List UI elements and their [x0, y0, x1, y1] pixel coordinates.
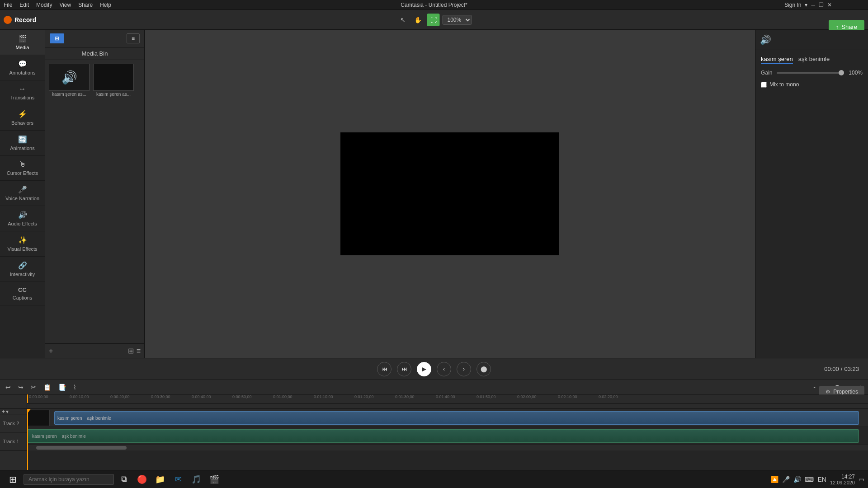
ruler-mark-9: 0:01:30;00	[395, 394, 415, 399]
ruler-mark-4: 0:00:40;00	[192, 394, 211, 399]
sidebar-item-animations[interactable]: 🔄 Animations	[0, 131, 45, 156]
timeline-ruler: 0:00:00;00 0:00:10;00 0:00:20;00 0:00:30…	[29, 394, 866, 404]
taskbar-icon-explorer[interactable]: 📁	[152, 471, 168, 488]
zoom-select[interactable]: 100% 100%	[443, 15, 472, 25]
taskbar-search-input[interactable]	[24, 474, 114, 485]
annotations-icon: 💬	[18, 60, 27, 68]
signin-link[interactable]: Sign In	[784, 2, 801, 8]
paste-button[interactable]: 📑	[57, 383, 68, 392]
language-icon[interactable]: EN	[817, 476, 826, 483]
record-label: Record	[14, 16, 36, 23]
volume-icon[interactable]: 🔊	[793, 476, 801, 483]
add-media-button[interactable]: +	[49, 347, 53, 355]
panel-list-view-button[interactable]: ≡	[127, 33, 140, 43]
ruler-mark-3: 0:00:30;00	[151, 394, 170, 399]
ruler-mark-13: 0:02:10;00	[558, 394, 577, 399]
window-minimize[interactable]: ─	[811, 2, 815, 8]
skip-to-start-button[interactable]: ⏮	[377, 362, 392, 376]
sidebar-item-behaviors[interactable]: ⚡ Behaviors	[0, 105, 45, 131]
sidebar-item-visual-effects[interactable]: ✨ Visual Effects	[0, 231, 45, 257]
list-view-footer-button[interactable]: ≡	[137, 347, 141, 355]
notification-icon[interactable]: 🔼	[771, 476, 778, 483]
sidebar-item-audio-effects[interactable]: 🔊 Audio Effects	[0, 206, 45, 231]
prev-frame-button[interactable]: ‹	[437, 362, 451, 376]
task-view-button[interactable]: ⧉	[116, 471, 132, 488]
taskbar-icon-browser[interactable]: 🔴	[134, 471, 150, 488]
taskbar-icon-camtasia[interactable]: 🎬	[206, 471, 222, 488]
sidebar-item-media-label: Media	[16, 45, 29, 50]
keyboard-icon[interactable]: ⌨	[805, 476, 814, 483]
track1-clip-label: kasım şeren aşk benimle	[30, 434, 86, 439]
sidebar-item-captions[interactable]: CC Captions	[0, 282, 45, 305]
gain-slider[interactable]	[777, 72, 844, 74]
media-thumb-audio: 🔊	[49, 64, 90, 91]
zoom-out-button[interactable]: -	[811, 383, 817, 392]
select-tool-button[interactable]: ↖	[396, 14, 409, 26]
menu-view[interactable]: View	[59, 2, 71, 8]
expand-tracks-button[interactable]: +	[2, 408, 5, 415]
share-label: Share	[841, 23, 857, 30]
microphone-icon[interactable]: 🎤	[782, 476, 790, 483]
window-restore[interactable]: ❐	[819, 2, 824, 8]
props-name-kasim[interactable]: kasım şeren	[761, 56, 793, 64]
timeline-scrollbar[interactable]	[27, 445, 868, 450]
media-item-1-label: kasım şeren as...	[49, 92, 90, 97]
step-back-button[interactable]: ⏭	[397, 362, 411, 376]
sidebar-item-annotations[interactable]: 💬 Annotations	[0, 55, 45, 80]
cut-button[interactable]: ✂	[29, 383, 38, 392]
move-tool-button[interactable]: ✋	[412, 14, 425, 26]
sidebar-item-visual-effects-label: Visual Effects	[7, 246, 37, 252]
media-item-1[interactable]: 🔊 kasım şeren as...	[49, 64, 90, 340]
media-item-2[interactable]: kasım şeren as...	[93, 64, 134, 340]
split-button[interactable]: ⌇	[71, 383, 78, 392]
sidebar-item-interactivity-label: Interactivity	[10, 272, 35, 277]
time-total: 03:23	[844, 366, 859, 372]
redo-button[interactable]: ↪	[16, 383, 25, 392]
menu-share[interactable]: Share	[78, 2, 93, 8]
undo-button[interactable]: ↩	[4, 383, 13, 392]
timeline-playhead-top	[27, 394, 28, 403]
show-desktop-button[interactable]: ▭	[859, 476, 864, 483]
timeline-scroll-thumb[interactable]	[36, 446, 127, 450]
mix-to-mono-checkbox[interactable]	[761, 82, 767, 88]
play-pause-button[interactable]: ▶	[417, 362, 431, 376]
track2-row: kasım şeren aşk benimle	[27, 409, 868, 427]
preview-canvas	[340, 132, 559, 255]
visual-effects-icon: ✨	[18, 236, 27, 244]
ruler-mark-12: 0:02:00;00	[517, 394, 537, 399]
gear-icon: ⚙	[826, 389, 830, 395]
menu-file[interactable]: File	[4, 2, 12, 8]
sidebar-item-media[interactable]: 🎬 Media	[0, 30, 45, 55]
track2-audio-clip[interactable]: kasım şeren aşk benimle	[54, 411, 859, 425]
next-frame-button[interactable]: ›	[457, 362, 471, 376]
signin-chevron: ▾	[805, 2, 807, 8]
toggle-tracks-button[interactable]: ▾	[6, 408, 9, 415]
behaviors-icon: ⚡	[18, 110, 27, 118]
taskbar-icon-mail[interactable]: ✉	[170, 471, 186, 488]
sidebar-item-cursor-effects[interactable]: 🖱 Cursor Effects	[0, 156, 45, 181]
grid-view-footer-button[interactable]: ⊞	[128, 347, 134, 355]
sidebar-item-transitions-label: Transitions	[10, 95, 34, 100]
sidebar-item-transitions[interactable]: ↔ Transitions	[0, 80, 45, 105]
props-name-ask[interactable]: aşk benimle	[798, 56, 830, 64]
sidebar-item-interactivity[interactable]: 🔗 Interactivity	[0, 257, 45, 282]
ruler-mark-7: 0:01:10;00	[314, 394, 333, 399]
crop-tool-button[interactable]: ⛶	[427, 14, 440, 26]
menu-help[interactable]: Help	[100, 2, 111, 8]
track1-label: Track 1	[0, 432, 27, 450]
window-close[interactable]: ✕	[827, 2, 832, 8]
menu-modify[interactable]: Modify	[36, 2, 52, 8]
taskbar-icon-spotify[interactable]: 🎵	[188, 471, 204, 488]
panel-grid-view-button[interactable]: ⊞	[50, 33, 64, 43]
start-button[interactable]: ⊞	[4, 470, 22, 488]
marker-button[interactable]: ⬤	[476, 362, 491, 376]
ruler-mark-5: 0:00:50;00	[232, 394, 252, 399]
timeline-playhead-indicator	[27, 409, 31, 413]
track1-video-clip[interactable]: kasım şeren aşk benimle	[27, 429, 859, 443]
system-clock: 14:27 12.09.2020	[830, 474, 855, 485]
copy-button[interactable]: 📋	[42, 383, 53, 392]
record-button[interactable]: Record	[4, 16, 36, 24]
menu-edit[interactable]: Edit	[19, 2, 29, 8]
app-title: Camtasia - Untitled Project*	[401, 2, 467, 8]
sidebar-item-voice-narration[interactable]: 🎤 Voice Narration	[0, 181, 45, 206]
